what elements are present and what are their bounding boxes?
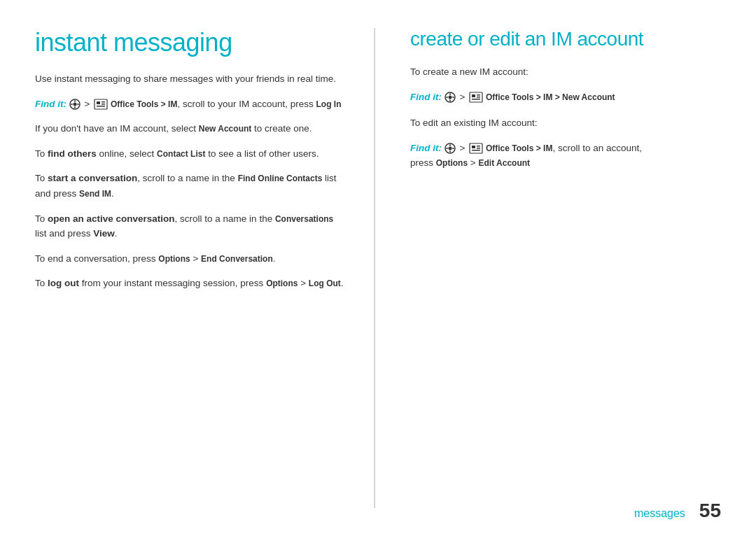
svg-marker-16 (452, 97, 454, 99)
svg-rect-6 (94, 99, 107, 109)
left-column: instant messaging Use instant messaging … (35, 28, 374, 508)
svg-marker-14 (449, 100, 451, 102)
svg-point-12 (448, 96, 451, 99)
svg-rect-9 (102, 104, 105, 105)
footer-number: 55 (699, 500, 721, 522)
svg-point-23 (448, 147, 451, 150)
find-it-label-1: Find it: (35, 99, 66, 109)
svg-rect-28 (470, 143, 482, 153)
office-tools-icon-1 (94, 99, 108, 110)
nav-key-icon-1 (69, 99, 80, 110)
svg-marker-5 (77, 104, 79, 106)
find-it-label-3: Find it: (410, 143, 442, 153)
svg-rect-30 (477, 146, 480, 147)
open-conversation-para: To open an active conversation, scroll t… (35, 211, 346, 241)
page-container: instant messaging Use instant messaging … (0, 0, 756, 536)
footer-label: messages (634, 507, 685, 520)
find-it-1: Find it: > Office Tools > IM, scroll to … (35, 97, 346, 112)
svg-marker-3 (74, 107, 76, 109)
svg-rect-10 (97, 106, 105, 107)
right-column: create or edit an IM account To create a… (375, 28, 721, 508)
svg-marker-25 (449, 151, 451, 153)
svg-marker-27 (452, 148, 454, 150)
office-tools-icon-2 (469, 92, 483, 103)
office-tools-icon-3 (469, 143, 483, 154)
edit-existing-intro: To edit an existing IM account: (410, 115, 721, 131)
svg-rect-19 (477, 94, 480, 96)
svg-rect-7 (97, 101, 100, 104)
svg-rect-31 (477, 148, 480, 149)
svg-marker-4 (70, 104, 72, 106)
svg-rect-18 (472, 94, 475, 97)
find-it-label-2: Find it: (410, 92, 442, 102)
svg-rect-8 (102, 101, 105, 103)
svg-rect-20 (477, 97, 480, 98)
end-conversation-para: To end a conversation, press Options > E… (35, 251, 346, 267)
new-account-para: If you don't have an IM account, select … (35, 121, 346, 136)
section-title: create or edit an IM account (410, 28, 721, 50)
svg-rect-17 (470, 92, 482, 102)
nav-key-icon-3 (444, 143, 456, 154)
find-it-new-account: Find it: > Office Tools > IM > New Accou… (410, 90, 721, 105)
svg-point-1 (73, 103, 76, 106)
find-it-edit-account: Find it: > Office Tools > IM, scroll to … (410, 141, 721, 171)
footer: messages 55 (634, 500, 721, 522)
svg-marker-2 (74, 100, 76, 102)
intro-paragraph: Use instant messaging to share messages … (35, 71, 346, 87)
svg-marker-13 (449, 93, 451, 95)
create-new-intro: To create a new IM account: (410, 64, 721, 80)
svg-rect-21 (472, 99, 480, 100)
start-conversation-para: To start a conversation, scroll to a nam… (35, 171, 346, 201)
main-title: instant messaging (35, 28, 346, 57)
svg-rect-32 (472, 150, 480, 151)
svg-marker-15 (445, 97, 447, 99)
find-others-para: To find others online, select Contact Li… (35, 146, 346, 162)
svg-marker-26 (445, 148, 447, 150)
nav-key-icon-2 (444, 92, 456, 103)
svg-rect-29 (472, 146, 475, 148)
log-out-para: To log out from your instant messaging s… (35, 276, 346, 291)
svg-marker-24 (449, 144, 451, 146)
